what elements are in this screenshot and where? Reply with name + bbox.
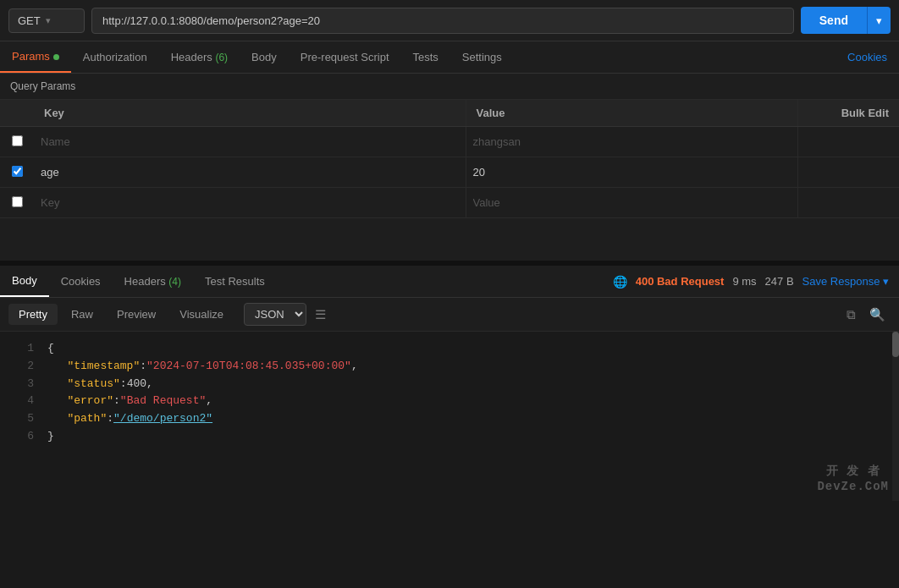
tab-body-label: Body [251, 51, 277, 63]
response-tab-body-label: Body [12, 274, 37, 287]
json-key-status: "status" [47, 376, 120, 393]
response-time: 9 ms [732, 275, 756, 288]
send-arrow-button[interactable]: ▾ [867, 7, 891, 34]
json-val-error: "Bad Request" [120, 393, 206, 410]
response-tab-test-results-label: Test Results [205, 275, 265, 288]
row2-value-cell [466, 157, 797, 188]
scrollbar-thumb[interactable] [892, 332, 899, 357]
format-tab-preview[interactable]: Preview [107, 304, 166, 325]
response-tab-headers[interactable]: Headers (4) [113, 267, 193, 296]
response-size: 247 B [765, 275, 794, 288]
json-key-error: "error" [47, 393, 113, 410]
row1-key-cell [34, 127, 466, 157]
response-tab-cookies-label: Cookies [61, 275, 101, 288]
save-response-arrow: ▾ [883, 275, 889, 288]
row1-action-cell [797, 127, 899, 157]
query-params-title: Query Params [0, 74, 899, 100]
url-input[interactable] [91, 8, 794, 34]
json-val-path[interactable]: "/demo/person2" [113, 410, 212, 428]
method-label: GET [18, 14, 41, 27]
top-bar: GET ▾ Send ▾ [0, 0, 899, 41]
format-select[interactable]: JSON XML HTML Text [244, 303, 306, 326]
row2-check-cell [0, 157, 34, 188]
tab-prerequest[interactable]: Pre-request Script [289, 42, 401, 72]
globe-icon: 🌐 [613, 275, 627, 289]
row2-value-input[interactable] [466, 157, 797, 187]
send-btn-group: Send ▾ [801, 7, 891, 34]
line-num-3: 3 [10, 376, 34, 393]
tab-headers-label: Headers (6) [171, 51, 228, 63]
copy-icon[interactable]: ⧉ [841, 304, 861, 326]
watermark: 开 发 者 DevZe.CoM [817, 464, 889, 494]
row3-key-input[interactable] [34, 188, 466, 217]
col-key: Key [34, 100, 466, 127]
response-tab-test-results[interactable]: Test Results [193, 267, 277, 296]
json-viewer: 1 { 2 "timestamp" : "2024-07-10T04:08:45… [0, 332, 899, 501]
response-tab-cookies[interactable]: Cookies [49, 267, 113, 296]
tab-authorization-label: Authorization [83, 51, 147, 63]
json-line-6: 6 } [0, 428, 899, 446]
row3-check-cell [0, 188, 34, 218]
cookies-link[interactable]: Cookies [836, 42, 899, 72]
send-button[interactable]: Send [801, 7, 867, 34]
scrollbar-track[interactable] [892, 332, 899, 501]
json-val-status: 400 [127, 376, 146, 393]
json-close-brace: } [47, 428, 54, 446]
spacer [0, 218, 899, 261]
method-arrow: ▾ [46, 15, 51, 26]
params-dot [53, 54, 59, 60]
row1-value-cell [466, 127, 797, 157]
tab-body[interactable]: Body [240, 42, 289, 72]
format-tab-raw[interactable]: Raw [61, 304, 103, 325]
row3-value-input[interactable] [466, 188, 797, 217]
line-num-4: 4 [10, 393, 34, 410]
row3-checkbox[interactable] [12, 196, 23, 207]
col-check [0, 100, 34, 127]
search-icon[interactable]: 🔍 [864, 304, 891, 326]
row1-check-cell [0, 127, 34, 157]
wrap-icon[interactable]: ☰ [310, 304, 331, 326]
response-tabs-bar: Body Cookies Headers (4) Test Results 🌐 … [0, 266, 899, 298]
json-key-path: "path" [47, 410, 107, 428]
format-tab-visualize[interactable]: Visualize [169, 304, 234, 325]
response-tab-body[interactable]: Body [0, 266, 49, 297]
tab-params[interactable]: Params [0, 41, 71, 73]
line-num-1: 1 [10, 340, 34, 358]
tab-params-label: Params [12, 50, 50, 63]
tab-tests-label: Tests [413, 51, 438, 63]
tab-authorization[interactable]: Authorization [71, 42, 159, 72]
method-select[interactable]: GET ▾ [8, 8, 85, 33]
row1-value-input[interactable] [466, 127, 797, 157]
line-num-5: 5 [10, 410, 34, 428]
row3-value-cell [466, 188, 797, 218]
row3-key-cell [34, 188, 466, 218]
tab-tests[interactable]: Tests [401, 42, 450, 72]
table-row [0, 127, 899, 157]
request-tabs-bar: Params Authorization Headers (6) Body Pr… [0, 41, 899, 74]
json-val-timestamp: "2024-07-10T04:08:45.035+00:00" [146, 358, 351, 376]
response-tab-headers-label: Headers (4) [124, 275, 181, 288]
table-header-row: Key Value Bulk Edit [0, 100, 899, 127]
table-row [0, 188, 899, 218]
row1-checkbox[interactable] [12, 135, 23, 146]
row2-key-input[interactable] [34, 157, 466, 187]
format-tab-pretty[interactable]: Pretty [8, 304, 58, 325]
json-key-timestamp: "timestamp" [47, 358, 140, 376]
response-status-bar: 🌐 400 Bad Request 9 ms 247 B Save Respon… [613, 275, 899, 289]
json-open-brace: { [47, 340, 54, 358]
row1-key-input[interactable] [34, 127, 466, 157]
col-bulk-edit[interactable]: Bulk Edit [797, 100, 899, 127]
save-response-btn[interactable]: Save Response ▾ [802, 275, 889, 288]
json-line-2: 2 "timestamp" : "2024-07-10T04:08:45.035… [0, 358, 899, 376]
tab-settings[interactable]: Settings [450, 42, 514, 72]
json-line-3: 3 "status" : 400 , [0, 376, 899, 393]
line-num-6: 6 [10, 428, 34, 446]
status-badge: 400 Bad Request [636, 275, 725, 288]
tab-settings-label: Settings [462, 51, 502, 63]
json-line-5: 5 "path" : "/demo/person2" [0, 410, 899, 428]
tab-headers[interactable]: Headers (6) [159, 42, 240, 72]
row2-checkbox[interactable] [12, 166, 23, 177]
params-table: Key Value Bulk Edit [0, 100, 899, 218]
format-bar: Pretty Raw Preview Visualize JSON XML HT… [0, 298, 899, 332]
json-line-4: 4 "error" : "Bad Request" , [0, 393, 899, 410]
